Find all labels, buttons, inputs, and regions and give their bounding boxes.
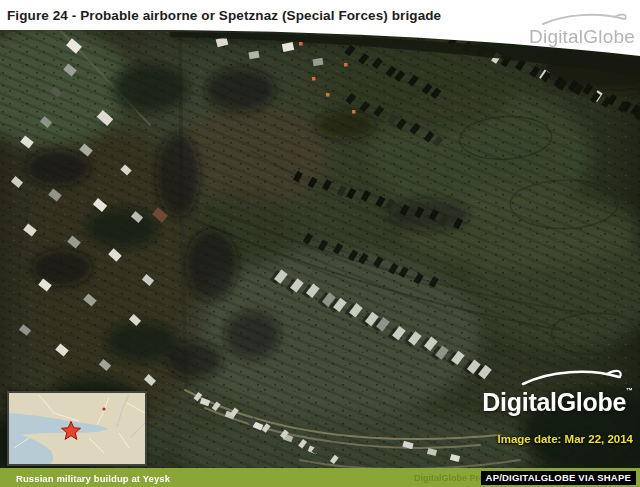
digitalglobe-swoosh-icon (519, 368, 629, 386)
digitalglobe-wordmark-top: DigitalGlobe (529, 27, 635, 46)
credit-badge: AP/DIGITALGLOBE VIA SHAPE (481, 471, 636, 485)
image-date-label: Image date: Mar 22, 2014 (497, 433, 633, 445)
digitalglobe-logo-bottom: DigitalGlobe™ (482, 368, 633, 415)
watermark-text: DigitalGlobe Prop (414, 473, 490, 483)
inset-map-graphic (9, 393, 145, 464)
figure-title: Figure 24 - Probable airborne or Spetzna… (7, 8, 441, 23)
caption-text: Russian military buildup at Yeysk (16, 472, 170, 483)
location-map-inset (7, 391, 147, 466)
map-town-dot (102, 407, 105, 410)
digitalglobe-swoosh-icon (540, 12, 632, 26)
digitalglobe-logo-top: DigitalGlobe (529, 12, 635, 46)
satellite-image: DigitalGlobe™ Image date: Mar 22, 2014 (0, 30, 640, 468)
trademark-symbol: ™ (626, 387, 633, 394)
figure-page: Figure 24 - Probable airborne or Spetzna… (0, 0, 640, 487)
digitalglobe-wordmark-bottom: DigitalGlobe (482, 388, 626, 416)
caption-bar: Russian military buildup at Yeysk Digita… (0, 468, 640, 487)
